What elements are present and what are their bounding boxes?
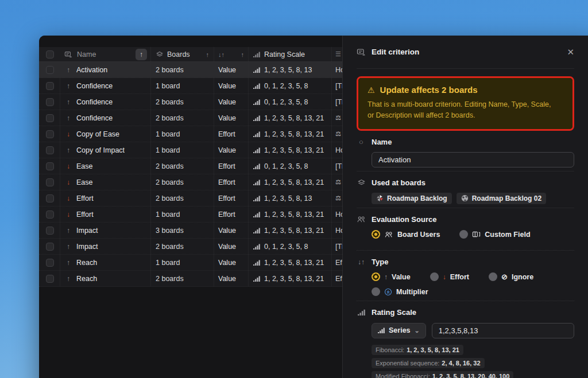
- board-chip[interactable]: Roadmap Backlog 02: [457, 193, 546, 204]
- radio-option-ignore[interactable]: ⊘ Ignore: [489, 272, 533, 281]
- row-checkbox[interactable]: [46, 178, 54, 186]
- row-checkbox[interactable]: [46, 211, 54, 219]
- radio-option-value[interactable]: ↑ Value: [372, 272, 411, 281]
- rating-scale-values: 1, 2, 3, 5, 8, 13, 21: [264, 259, 324, 267]
- type-direction-icon: ↑: [65, 66, 72, 74]
- table-row[interactable]: ↑ Reach 2 boards Value 1, 2, 3, 5, 8, 13…: [39, 271, 342, 287]
- bar-chart-icon: [253, 147, 260, 153]
- table-row[interactable]: ↓ Ease 2 boards Effort 0, 1, 2, 3, 5, 8 …: [39, 158, 342, 174]
- rating-scale-cell: 1, 2, 3, 5, 8, 13, 21: [248, 110, 331, 126]
- radio-unselected-icon[interactable]: [459, 230, 468, 239]
- criterion-type: Value: [214, 255, 248, 270]
- rating-scale-input[interactable]: [432, 323, 574, 338]
- rating-scale-values: 0, 1, 2, 3, 5, 8: [264, 98, 308, 106]
- board-chip[interactable]: Roadmap Backlog: [372, 193, 452, 204]
- layers-icon: [156, 50, 164, 59]
- table-row[interactable]: ↑ Reach 1 board Value 1, 2, 3, 5, 8, 13,…: [39, 255, 342, 271]
- sort-ascending-button[interactable]: ↑: [136, 49, 147, 60]
- radio-option-effort[interactable]: ↓ Effort: [430, 272, 469, 281]
- radio-option-multiplier[interactable]: Multiplier: [372, 287, 428, 296]
- suggestion-chip-fibonacci[interactable]: Fibonacci: 1, 2, 3, 5, 8, 13, 21: [372, 345, 463, 355]
- description-cell: [Th: [331, 94, 342, 110]
- people-icon: [384, 231, 393, 238]
- bar-chart-icon: [253, 67, 260, 73]
- rating-scale-values: 1, 2, 3, 5, 8, 13, 21: [264, 130, 324, 138]
- row-checkbox[interactable]: [46, 82, 54, 90]
- boards-count: 2 boards: [150, 62, 214, 77]
- table-row[interactable]: ↑ Activation 2 boards Value 1, 2, 3, 5, …: [39, 62, 342, 78]
- criterion-name: Reach: [76, 259, 97, 267]
- criterion-type: Value: [214, 62, 248, 77]
- boards-count: 2 boards: [150, 239, 214, 254]
- table-header: Name ↑ Boards ↑ ↓↑ ↑ Rating Scale: [39, 47, 342, 62]
- radio-unselected-icon[interactable]: [372, 287, 380, 296]
- radio-option-custom-field[interactable]: Custom Field: [459, 230, 530, 239]
- rating-scale-cell: 1, 2, 3, 5, 8, 13, 21: [248, 206, 331, 222]
- boards-count: 2 boards: [150, 174, 214, 190]
- description-cell: [Th: [331, 239, 342, 254]
- row-checkbox[interactable]: [46, 162, 54, 170]
- close-icon[interactable]: ✕: [567, 47, 574, 57]
- radio-selected-icon[interactable]: [372, 272, 380, 281]
- warning-banner: ⚠ Update affects 2 boards That is a mult…: [358, 78, 572, 129]
- bar-chart-icon: [253, 115, 260, 121]
- select-all-checkbox[interactable]: [46, 50, 54, 59]
- boards-count: 1 board: [150, 142, 214, 158]
- radio-unselected-icon[interactable]: [430, 272, 439, 281]
- row-checkbox[interactable]: [46, 259, 54, 267]
- table-row[interactable]: ↑ Copy of Impact 1 board Value 1, 2, 3, …: [39, 142, 342, 158]
- name-input[interactable]: [372, 152, 574, 167]
- row-checkbox[interactable]: [46, 275, 54, 283]
- row-checkbox[interactable]: [46, 146, 54, 154]
- radio-selected-icon[interactable]: [372, 230, 380, 239]
- boards-count: 1 board: [150, 206, 214, 222]
- table-row[interactable]: ↓ Effort 2 boards Effort 1, 2, 3, 5, 8, …: [39, 190, 342, 206]
- suggestion-chip-modified-fibonacci[interactable]: Modified Fibonacci: 1, 2, 3, 5, 8, 13, 2…: [372, 371, 513, 378]
- row-checkbox[interactable]: [46, 98, 54, 106]
- radio-unselected-icon[interactable]: [489, 272, 497, 281]
- radio-option-board-users[interactable]: Board Users: [372, 230, 440, 239]
- criterion-name: Effort: [76, 211, 94, 219]
- column-header-rating-scale[interactable]: Rating Scale: [264, 50, 305, 59]
- bar-chart-icon: [253, 99, 260, 105]
- sort-both-icon: ↓↑: [218, 51, 225, 58]
- criterion-type: Effort: [214, 174, 248, 190]
- sort-arrow-icon[interactable]: ↑: [206, 51, 210, 58]
- column-header-boards[interactable]: Boards: [167, 50, 190, 59]
- criterion-name: Effort: [76, 194, 94, 202]
- sort-arrow-icon[interactable]: ↑: [241, 51, 245, 58]
- table-row[interactable]: ↓ Copy of Ease 1 board Effort 1, 2, 3, 5…: [39, 126, 342, 142]
- type-direction-icon: ↓: [65, 194, 72, 202]
- criterion-type: Value: [214, 78, 248, 93]
- type-direction-icon: ↑: [65, 82, 72, 90]
- table-row[interactable]: ↓ Effort 1 board Effort 1, 2, 3, 5, 8, 1…: [39, 206, 342, 223]
- row-checkbox[interactable]: [46, 243, 54, 251]
- table-row[interactable]: ↑ Confidence 2 boards Value 1, 2, 3, 5, …: [39, 110, 342, 126]
- suggestion-chip-exponential[interactable]: Exponential sequence: 2, 4, 8, 16, 32: [372, 358, 485, 368]
- row-checkbox[interactable]: [46, 114, 54, 122]
- criterion-type: Effort: [214, 126, 248, 142]
- boards-count: 2 boards: [150, 110, 214, 126]
- criterion-icon: [357, 48, 366, 57]
- series-dropdown[interactable]: Series ⌄: [372, 323, 426, 338]
- table-row[interactable]: ↑ Confidence 2 boards Value 0, 1, 2, 3, …: [39, 94, 342, 110]
- row-checkbox[interactable]: [46, 130, 54, 138]
- rating-scale-values: 1, 2, 3, 5, 8, 13, 21: [264, 146, 324, 154]
- custom-field-icon: [472, 231, 481, 238]
- boards-count: 2 boards: [150, 190, 214, 206]
- row-checkbox[interactable]: [46, 227, 54, 235]
- column-header-name[interactable]: Name: [77, 50, 96, 59]
- description-cell: ⚖: [331, 190, 342, 206]
- table-row[interactable]: ↓ Ease 2 boards Effort 1, 2, 3, 5, 8, 13…: [39, 174, 342, 190]
- table-row[interactable]: ↑ Impact 3 boards Value 1, 2, 3, 5, 8, 1…: [39, 223, 342, 239]
- table-row[interactable]: ↑ Impact 2 boards Value 0, 1, 2, 3, 5, 8…: [39, 239, 342, 255]
- evaluation-source-label: Evaluation Source: [372, 215, 436, 224]
- row-checkbox[interactable]: [46, 194, 54, 202]
- row-checkbox[interactable]: [46, 66, 54, 74]
- type-direction-icon: ↑: [65, 259, 72, 267]
- rating-scale-values: 1, 2, 3, 5, 8, 13: [264, 194, 312, 202]
- rating-scale-cell: 1, 2, 3, 5, 8, 13, 21: [248, 223, 331, 238]
- criterion-icon: [64, 50, 72, 59]
- table-row[interactable]: ↑ Confidence 1 board Value 0, 1, 2, 3, 5…: [39, 78, 342, 94]
- description-cell: How: [331, 223, 342, 238]
